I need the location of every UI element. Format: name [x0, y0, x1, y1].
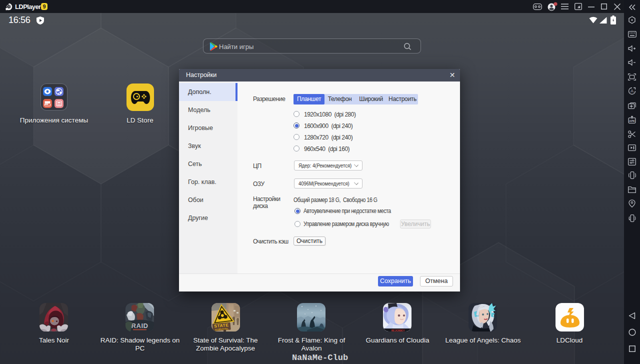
- svg-text:A: A: [630, 88, 634, 94]
- svg-text:APK: APK: [629, 120, 635, 122]
- svg-text:RAID: RAID: [132, 322, 148, 330]
- svg-text:REJCRDEY: REJCRDEY: [392, 329, 405, 332]
